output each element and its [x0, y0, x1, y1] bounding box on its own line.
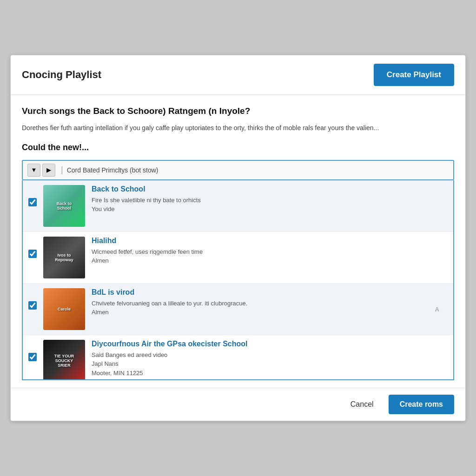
- song-details-3: Chvivete felvoruanieg oan a lilleale to …: [92, 299, 448, 317]
- song-checkbox-4[interactable]: [28, 353, 37, 361]
- section-question: Vurch songs the Back to Schoore) Ratngem…: [22, 106, 454, 116]
- create-playlist-button[interactable]: Create Playlist: [374, 64, 454, 86]
- song-info-2: Hialihd Wicmeed fetfef, uses riqgemdle f…: [92, 237, 448, 265]
- song-info-3: BdL is virod Chvivete felvoruanieg oan a…: [92, 288, 448, 317]
- song-detail-line: You vide: [92, 205, 448, 214]
- song-detail-line: Japl Nans: [92, 359, 448, 369]
- song-title-1: Back to School: [92, 185, 448, 193]
- song-thumbnail-4: TIE YOURSOUCKYSRIER: [43, 340, 85, 380]
- song-info-4: Diycourfnous Air the GPsa okecister Scho…: [92, 340, 448, 378]
- song-thumbnail-2: Ivos toRepoway: [43, 237, 85, 278]
- song-checkbox-3[interactable]: [28, 301, 37, 310]
- playlist-dialog: Cnocing Playlist Create Playlist Vurch s…: [10, 55, 466, 421]
- song-title-3: BdL is virod: [92, 288, 448, 297]
- list-item: Carole BdL is virod Chvivete felvoruanie…: [23, 284, 453, 335]
- list-item: TIE YOURSOUCKYSRIER Diycourfnous Air the…: [23, 335, 453, 380]
- song-detail-line: Almen: [92, 256, 448, 265]
- song-list[interactable]: Back toSchool Back to School Fire Is she…: [22, 180, 454, 380]
- song-checkbox-1[interactable]: [28, 198, 37, 206]
- cancel-button[interactable]: Cancel: [343, 396, 381, 413]
- dialog-header: Cnocing Playlist Create Playlist: [11, 55, 465, 95]
- song-details-4: Said Banges ed areed video Japl Nans Moo…: [92, 350, 448, 378]
- song-thumbnail-3: Carole: [43, 288, 85, 330]
- filter-label: Cord Bated Primcltys (bot stow): [67, 166, 159, 174]
- filter-bar: ▼ ▶ | Cord Bated Primcltys (bot stow): [22, 160, 454, 180]
- dialog-footer: Cancel Create roms: [11, 388, 465, 421]
- filter-separator: |: [61, 165, 63, 175]
- song-detail-line: Wicmeed fetfef, uses riqgemdle feen time: [92, 247, 448, 257]
- song-detail-line: Chvivete felvoruanieg oan a lilleale to …: [92, 299, 448, 308]
- song-detail-line: Almen: [92, 308, 448, 317]
- filter-right-button[interactable]: ▶: [42, 164, 55, 177]
- chevron-down-icon: ▼: [31, 166, 37, 173]
- song-checkbox-2[interactable]: [28, 250, 37, 258]
- section-description: Dorethes fier futh aarting intellation i…: [22, 123, 454, 133]
- song-details-2: Wicmeed fetfef, uses riqgemdle feen time…: [92, 247, 448, 265]
- song-detail-line: Fire Is she valetlible ni thy bate to or…: [92, 196, 448, 205]
- chevron-right-icon: ▶: [46, 166, 51, 173]
- dialog-body: Vurch songs the Back to Schoore) Ratngem…: [11, 95, 465, 387]
- song-info-1: Back to School Fire Is she valetlible ni…: [92, 185, 448, 214]
- section-subheading: Could the new!...: [22, 143, 454, 152]
- filter-down-button[interactable]: ▼: [27, 164, 40, 177]
- list-item: Back toSchool Back to School Fire Is she…: [23, 180, 453, 232]
- song-detail-line: Said Banges ed areed video: [92, 350, 448, 360]
- song-detail-line: Mooter, MIN 11225: [92, 369, 448, 378]
- song-title-2: Hialihd: [92, 237, 448, 245]
- create-roms-button[interactable]: Create roms: [389, 395, 454, 414]
- alpha-marker-a: A: [435, 305, 439, 312]
- dialog-title: Cnocing Playlist: [22, 69, 101, 81]
- song-title-4: Diycourfnous Air the GPsa okecister Scho…: [92, 340, 448, 348]
- list-item: Ivos toRepoway Hialihd Wicmeed fetfef, u…: [23, 232, 453, 284]
- song-details-1: Fire Is she valetlible ni thy bate to or…: [92, 196, 448, 214]
- song-thumbnail-1: Back toSchool: [43, 185, 85, 227]
